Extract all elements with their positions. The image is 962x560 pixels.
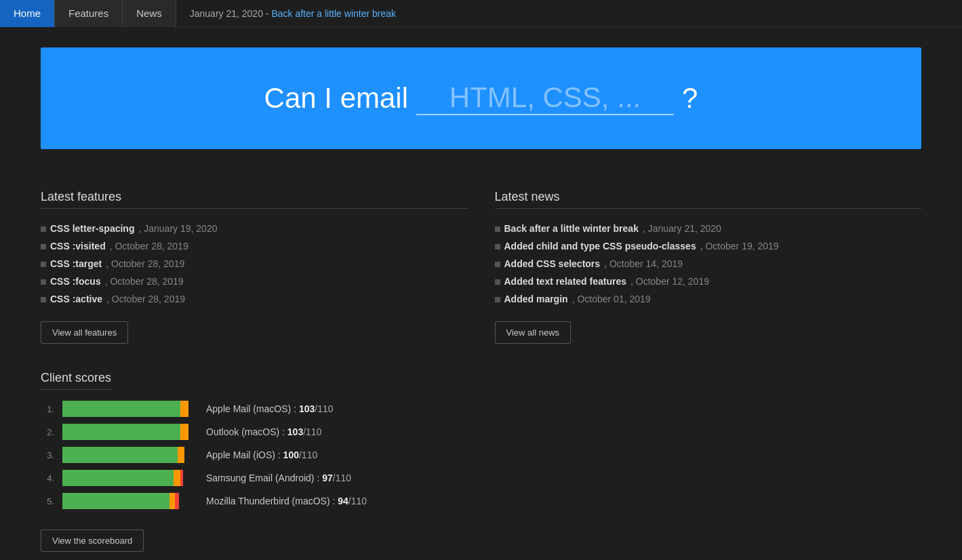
hero-suffix: ?	[682, 82, 698, 115]
list-item: CSS :target, October 28, 2019	[41, 255, 468, 273]
bullet-icon	[495, 244, 500, 249]
bar-green	[62, 493, 169, 509]
item-date: , October 14, 2019	[604, 258, 683, 269]
score-rank: 4.	[41, 473, 54, 483]
bullet-icon	[41, 226, 46, 232]
nav-tab-home[interactable]: Home	[0, 0, 55, 27]
item-name: CSS :target	[50, 258, 102, 269]
item-name: Added text related features	[504, 276, 627, 287]
scores-section: Client scores 1. Apple Mail (macOS) : 10…	[0, 364, 962, 560]
view-all-news-button[interactable]: View all news	[495, 321, 572, 344]
score-rank: 3.	[41, 450, 54, 460]
score-rank: 5.	[41, 496, 54, 506]
view-scoreboard-button[interactable]: View the scoreboard	[41, 529, 144, 552]
score-name: Outlook (macOS) : 103/110	[206, 426, 321, 437]
bar-orange	[169, 493, 175, 509]
hero-prefix: Can I email	[264, 82, 408, 115]
news-title: Latest news	[495, 190, 922, 209]
features-list: CSS letter-spacing, January 19, 2020CSS …	[41, 220, 468, 308]
score-bar	[62, 447, 198, 463]
item-name: Added margin	[504, 294, 568, 304]
nav-tab-news[interactable]: News	[123, 0, 176, 27]
bar-orange	[180, 401, 188, 417]
item-date: , January 21, 2020	[643, 223, 721, 234]
main-content: Latest features CSS letter-spacing, Janu…	[0, 169, 962, 364]
item-date: , October 12, 2019	[630, 276, 709, 287]
bullet-icon	[41, 297, 46, 302]
search-input[interactable]	[416, 81, 674, 115]
score-row: 5. Mozilla Thunderbird (macOS) : 94/110	[41, 493, 921, 509]
score-rank: 2.	[41, 427, 54, 437]
list-item: CSS :active, October 28, 2019	[41, 290, 468, 308]
scores-title: Client scores	[41, 371, 111, 390]
bar-green	[62, 424, 180, 440]
list-item: Added margin, October 01, 2019	[495, 290, 922, 308]
bar-red	[175, 493, 179, 509]
hero-text: Can I email ?	[264, 81, 698, 115]
bar-green	[62, 401, 180, 417]
score-name: Mozilla Thunderbird (macOS) : 94/110	[206, 496, 367, 506]
item-name: CSS :focus	[50, 276, 101, 287]
list-item: Added child and type CSS pseudo-classes,…	[495, 237, 922, 255]
news-ticker: January 21, 2020 - Back after a little w…	[176, 8, 396, 19]
score-bar	[62, 493, 198, 509]
ticker-link[interactable]: Back after a little winter break	[271, 8, 396, 19]
score-row: 4. Samsung Email (Android) : 97/110	[41, 470, 921, 486]
features-title: Latest features	[41, 190, 468, 209]
list-item: CSS letter-spacing, January 19, 2020	[41, 220, 468, 237]
ticker-date: January 21, 2020	[190, 8, 263, 19]
item-date: , October 28, 2019	[106, 258, 184, 269]
bullet-icon	[495, 226, 500, 232]
item-date: , October 01, 2019	[572, 294, 651, 304]
item-name: Added child and type CSS pseudo-classes	[504, 241, 696, 252]
bar-orange	[180, 424, 188, 440]
bullet-icon	[495, 262, 500, 267]
item-name: Added CSS selectors	[504, 258, 601, 269]
list-item: CSS :visited, October 28, 2019	[41, 237, 468, 255]
score-row: 2. Outlook (macOS) : 103/110	[41, 424, 921, 440]
score-rank: 1.	[41, 404, 54, 414]
score-name: Apple Mail (macOS) : 103/110	[206, 403, 334, 414]
list-item: CSS :focus, October 28, 2019	[41, 273, 468, 290]
bullet-icon	[495, 279, 500, 285]
bar-orange	[178, 447, 184, 463]
item-name: CSS :active	[50, 294, 102, 304]
score-row: 3. Apple Mail (iOS) : 100/110	[41, 447, 921, 463]
features-section: Latest features CSS letter-spacing, Janu…	[41, 190, 468, 344]
bullet-icon	[495, 297, 500, 302]
item-name: CSS letter-spacing	[50, 223, 134, 234]
bullet-icon	[41, 279, 46, 285]
nav-bar: Home Features News January 21, 2020 - Ba…	[0, 0, 962, 27]
item-date: , October 19, 2019	[700, 241, 779, 252]
bar-orange	[174, 470, 180, 486]
item-date: , October 28, 2019	[110, 241, 188, 252]
item-name: Back after a little winter break	[504, 223, 639, 234]
score-row: 1. Apple Mail (macOS) : 103/110	[41, 401, 921, 417]
list-item: Added text related features, October 12,…	[495, 273, 922, 290]
score-name: Samsung Email (Android) : 97/110	[206, 473, 351, 483]
bullet-icon	[41, 262, 46, 267]
bar-red	[180, 470, 183, 486]
item-date: , October 28, 2019	[105, 276, 184, 287]
list-item: Back after a little winter break, Januar…	[495, 220, 922, 237]
news-list: Back after a little winter break, Januar…	[495, 220, 922, 308]
ticker-separator: -	[263, 8, 271, 19]
view-all-features-button[interactable]: View all features	[41, 321, 128, 344]
bullet-icon	[41, 244, 46, 249]
bar-green	[62, 447, 178, 463]
score-bar	[62, 470, 198, 486]
news-section: Latest news Back after a little winter b…	[495, 190, 922, 344]
hero-section: Can I email ?	[41, 47, 921, 149]
score-bar	[62, 401, 198, 417]
item-date: , January 19, 2020	[138, 223, 217, 234]
item-name: CSS :visited	[50, 241, 106, 252]
bar-green	[62, 470, 174, 486]
list-item: Added CSS selectors, October 14, 2019	[495, 255, 922, 273]
score-name: Apple Mail (iOS) : 100/110	[206, 449, 317, 460]
score-bar	[62, 424, 198, 440]
item-date: , October 28, 2019	[106, 294, 185, 304]
nav-tab-features[interactable]: Features	[55, 0, 123, 27]
